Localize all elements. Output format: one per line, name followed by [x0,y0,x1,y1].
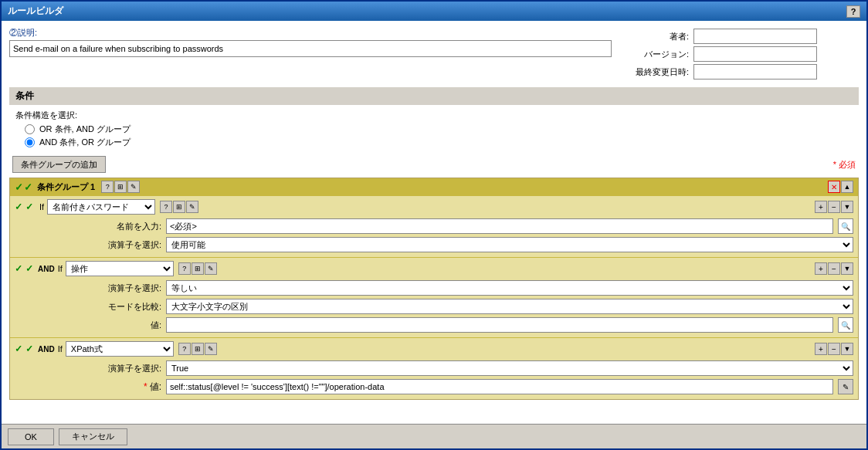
cond1-help-btn[interactable]: ? [160,201,172,213]
cond1-if-label: If [39,202,44,211]
cond2-type-select[interactable]: 操作 [66,261,174,276]
cond3-remove-btn[interactable]: − [828,343,840,355]
cond2-mode-select[interactable]: 大文字小文字の区別 [166,299,853,314]
cond1-op-label: 演算子を選択: [92,239,161,251]
description-label: ②説明: [9,27,612,39]
group-icon2[interactable]: ⊞ [114,181,127,193]
cond3-help-btn[interactable]: ? [178,343,191,355]
conditions-section-header: 条件 [9,87,859,105]
group-1-header: ✓ ✓ 条件グループ 1 ? ⊞ ✎ ✕ ▲ [10,178,858,195]
required-label: * 必須 [833,159,856,171]
cond3-value-input[interactable] [166,379,833,394]
cond3-detail1: 演算子を選択: True [15,359,853,377]
cond2-icon2[interactable]: ✎ [205,262,217,275]
last-modified-label: 最終変更日時: [627,66,689,78]
last-modified-input[interactable] [693,64,817,80]
cond3-edit-btn[interactable]: ✎ [838,379,853,394]
cond2-move-btn[interactable]: ▼ [841,262,853,275]
footer: OK キャンセル [2,424,866,448]
cond3-check2: ✓ [25,343,33,354]
title-bar: ルールビルダ ? [2,2,866,21]
cond2-icon1[interactable]: ⊞ [192,262,204,275]
cond3-detail2: * 値: ✎ [15,377,853,396]
cond3-value-label: * 値: [92,381,161,394]
author-row: 著者: [627,29,859,44]
help-button[interactable]: ? [846,5,860,18]
radio-and-row: AND 条件, OR グループ [25,137,853,148]
radio-or[interactable] [25,124,35,134]
group-icon3[interactable]: ✎ [127,181,140,193]
cond2-mode-label: モードを比較: [92,301,161,313]
cond2-and-label: AND [38,265,55,273]
cond1-op-select[interactable]: 使用可能 [166,237,853,252]
group-1-title: 条件グループ 1 [37,181,95,193]
cond1-detail2: 演算子を選択: 使用可能 [15,235,853,254]
structure-select-label: 条件構造を選択: [15,110,853,121]
cond3-icon2[interactable]: ✎ [205,343,217,355]
cond1-check2: ✓ [25,201,33,212]
cond1-move-btn[interactable]: ▼ [841,201,853,213]
cond1-icon2[interactable]: ✎ [186,201,198,213]
ok-button[interactable]: OK [8,428,54,445]
condition-3: ✓ ✓ AND If XPath式 ? ⊞ ✎ + [10,337,858,399]
cancel-button[interactable]: キャンセル [59,428,127,445]
cond2-value-label: 値: [92,320,161,331]
cond3-move-btn[interactable]: ▼ [841,343,853,355]
version-label: バージョン: [627,49,689,60]
condition-1-header: ✓ ✓ If 名前付きパスワード ? ⊞ ✎ + − [15,199,853,215]
cond3-check1: ✓ [15,343,22,354]
cond2-op-select[interactable]: 等しい [166,280,853,296]
cond2-value-input[interactable] [166,317,833,333]
cond2-help-btn[interactable]: ? [178,262,191,275]
cond2-check2: ✓ [25,263,33,274]
cond3-type-select[interactable]: XPath式 [66,341,174,357]
cond2-add-btn[interactable]: + [815,262,827,275]
cond1-search-btn[interactable]: 🔍 [838,218,853,234]
condition-2: ✓ ✓ AND If 操作 ? ⊞ ✎ + [10,257,858,337]
cond1-remove-btn[interactable]: − [828,201,840,213]
cond1-name-label: 名前を入力: [92,221,161,232]
cond2-detail1: 演算子を選択: 等しい [15,279,853,297]
cond2-if-label: If [58,264,63,273]
cond3-add-btn[interactable]: + [815,343,827,355]
group-icon1[interactable]: ? [101,181,114,193]
cond2-check1: ✓ [15,263,22,274]
cond1-add-btn[interactable]: + [815,201,827,213]
version-row: バージョン: [627,46,859,62]
cond3-icon1[interactable]: ⊞ [192,343,204,355]
cond1-icon1[interactable]: ⊞ [173,201,185,213]
group-collapse-btn[interactable]: ▲ [841,181,853,193]
cond2-search-btn[interactable]: 🔍 [838,317,853,333]
group-check1: ✓ [15,181,23,193]
radio-or-row: OR 条件, AND グループ [25,123,853,135]
cond2-op-label: 演算子を選択: [92,283,161,294]
condition-group-1: ✓ ✓ 条件グループ 1 ? ⊞ ✎ ✕ ▲ [9,178,859,400]
cond2-detail3: 値: 🔍 [15,316,853,334]
window-title: ルールビルダ [8,5,63,18]
condition-1: ✓ ✓ If 名前付きパスワード ? ⊞ ✎ + − [10,195,858,257]
cond3-if-label: If [58,344,63,354]
radio-and[interactable] [25,137,35,147]
cond3-op-label: 演算子を選択: [92,363,161,374]
cond1-detail1: 名前を入力: 🔍 [15,217,853,235]
condition-2-header: ✓ ✓ AND If 操作 ? ⊞ ✎ + [15,261,853,276]
add-group-button[interactable]: 条件グループの追加 [12,156,106,173]
author-input[interactable] [693,29,817,44]
cond2-remove-btn[interactable]: − [828,262,840,275]
cond3-op-select[interactable]: True [166,360,853,376]
group-check2: ✓ [24,181,32,193]
group-delete-btn[interactable]: ✕ [828,181,840,193]
cond1-check1: ✓ [15,201,22,212]
cond3-and-label: AND [38,345,55,354]
cond1-type-select[interactable]: 名前付きパスワード [47,199,155,215]
cond2-detail2: モードを比較: 大文字小文字の区別 [15,297,853,316]
condition-3-header: ✓ ✓ AND If XPath式 ? ⊞ ✎ + [15,341,853,357]
description-input[interactable] [9,40,612,57]
main-window: ルールビルダ ? ②説明: 著者: バージョン: [0,0,868,450]
cond1-name-input[interactable] [166,218,833,234]
radio-or-label: OR 条件, AND グループ [39,123,131,135]
version-input[interactable] [693,46,817,62]
radio-and-label: AND 条件, OR グループ [39,137,131,148]
last-modified-row: 最終変更日時: [627,64,859,80]
author-label: 著者: [627,31,689,42]
